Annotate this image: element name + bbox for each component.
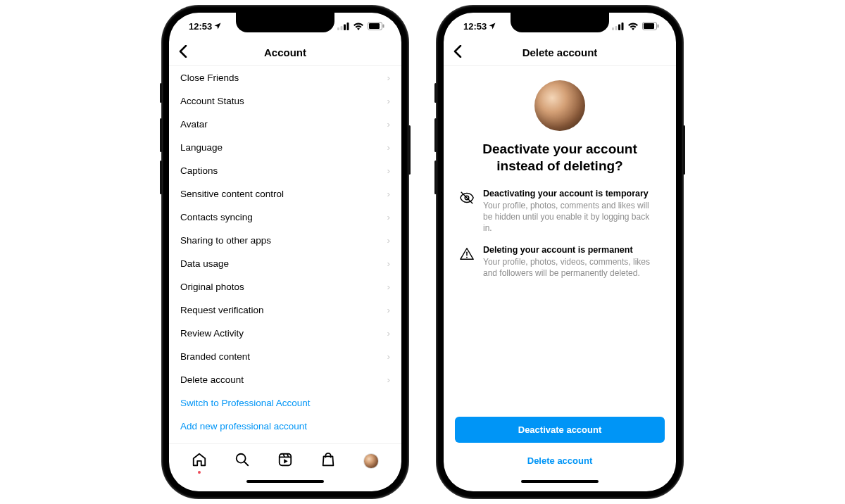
chevron-left-icon [453,45,462,58]
info-heading: Deactivating your account is temporary [483,189,661,199]
chevron-right-icon: › [387,374,391,385]
notch [511,13,609,32]
reels-icon [277,452,293,467]
chevron-right-icon: › [387,258,391,269]
settings-row-sharing-apps[interactable]: Sharing to other apps› [169,229,401,252]
back-button[interactable] [453,45,462,61]
settings-label: Original photos [180,282,244,292]
chevron-right-icon: › [387,235,391,246]
svg-rect-2 [344,24,346,30]
shop-icon [320,452,336,467]
tab-reels[interactable] [277,452,293,470]
chevron-right-icon: › [387,328,391,339]
settings-row-avatar[interactable]: Avatar› [169,113,401,136]
home-icon [192,452,207,467]
settings-list[interactable]: Close Friends› Account Status› Avatar› L… [169,66,401,443]
info-body: Your profile, photos, comments and likes… [483,200,661,234]
headline: Deactivate your account instead of delet… [444,141,676,175]
svg-rect-1 [341,26,343,30]
settings-label: Request verification [180,305,264,315]
cellular-icon [337,23,349,30]
wifi-icon [627,23,639,30]
settings-row-close-friends[interactable]: Close Friends› [169,66,401,89]
chevron-right-icon: › [387,351,391,362]
svg-rect-19 [658,25,659,28]
avatar-icon [363,453,379,469]
cellular-icon [612,23,624,30]
info-body: Your profile, photos, videos, comments, … [483,256,661,279]
settings-row-data-usage[interactable]: Data usage› [169,252,401,275]
home-indicator[interactable] [169,477,401,491]
tab-search[interactable] [234,452,250,470]
battery-icon [368,22,384,30]
battery-icon [642,22,659,30]
settings-label: Account Status [180,96,244,106]
notch [236,13,334,32]
settings-label: Contacts syncing [180,212,253,222]
svg-rect-5 [369,23,380,29]
chevron-right-icon: › [387,142,391,153]
settings-row-account-status[interactable]: Account Status› [169,89,401,113]
chevron-right-icon: › [387,73,391,83]
delete-content: Deactivate your account instead of delet… [444,66,676,477]
settings-label: Language [180,142,223,153]
settings-label: Sensitive content control [180,189,284,199]
profile-avatar [534,80,585,131]
chevron-left-icon [179,45,187,58]
chevron-right-icon: › [387,96,391,106]
info-delete: Deleting your account is permanent Your … [444,245,676,279]
settings-label: Data usage [180,258,229,269]
eye-off-icon [459,190,475,206]
settings-row-language[interactable]: Language› [169,136,401,159]
chevron-right-icon: › [387,119,391,130]
phone-delete-account: 12:53 Delete account Deactivate your acc… [437,6,683,498]
settings-row-sensitive-content[interactable]: Sensitive content control› [169,182,401,206]
svg-rect-18 [644,23,654,29]
search-icon [234,452,250,467]
tab-home[interactable] [192,452,207,470]
settings-row-delete-account[interactable]: Delete account› [169,368,401,391]
location-arrow-icon [488,22,496,30]
link-add-professional[interactable]: Add new professional account [169,415,401,438]
settings-label: Branded content [180,351,250,362]
svg-rect-3 [347,23,349,30]
settings-row-contacts-syncing[interactable]: Contacts syncing› [169,206,401,229]
link-switch-professional[interactable]: Switch to Professional Account [169,391,401,415]
svg-rect-14 [615,26,618,30]
chevron-right-icon: › [387,189,391,199]
chevron-right-icon: › [387,212,391,222]
svg-rect-16 [622,23,624,30]
back-button[interactable] [179,45,187,61]
settings-row-branded-content[interactable]: Branded content› [169,345,401,368]
info-heading: Deleting your account is permanent [483,245,661,255]
deactivate-button[interactable]: Deactivate account [455,417,665,443]
svg-rect-9 [280,453,292,465]
home-indicator[interactable] [444,477,676,491]
svg-rect-15 [618,24,620,30]
settings-row-captions[interactable]: Captions› [169,159,401,182]
tab-shop[interactable] [320,452,336,470]
tab-profile[interactable] [363,453,379,469]
delete-button[interactable]: Delete account [455,448,665,473]
svg-rect-0 [337,27,339,30]
chevron-right-icon: › [387,305,391,315]
warning-icon [459,246,475,262]
settings-label: Delete account [180,374,244,385]
svg-rect-13 [612,27,614,30]
status-time: 12:53 [189,21,212,32]
svg-line-8 [244,461,249,465]
nav-header: Delete account [444,39,676,66]
settings-label: Sharing to other apps [180,235,271,246]
svg-point-23 [466,257,468,258]
settings-label: Captions [180,165,218,176]
info-deactivate: Deactivating your account is temporary Y… [444,189,676,234]
settings-label: Review Activity [180,328,244,339]
settings-row-request-verification[interactable]: Request verification› [169,298,401,322]
svg-rect-6 [383,25,384,28]
settings-label: Close Friends [180,73,239,83]
page-title: Account [264,46,306,58]
status-time: 12:53 [463,21,487,32]
settings-label: Avatar [180,119,208,130]
settings-row-original-photos[interactable]: Original photos› [169,275,401,298]
settings-row-review-activity[interactable]: Review Activity› [169,322,401,345]
